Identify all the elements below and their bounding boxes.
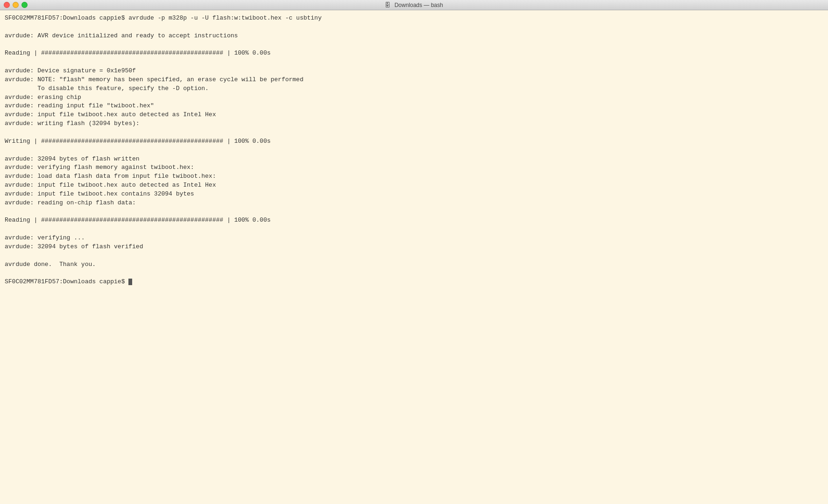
- terminal-line: avrdude: reading input file "twiboot.hex…: [5, 102, 823, 111]
- terminal-line: avrdude: NOTE: "flash" memory has been s…: [5, 76, 823, 84]
- terminal-line: avrdude done. Thank you.: [5, 260, 823, 269]
- cursor: [128, 279, 132, 285]
- terminal-line: [5, 128, 823, 137]
- terminal-line: avrdude: verifying ...: [5, 234, 823, 243]
- window-title: 🗄 Downloads — bash: [385, 2, 443, 8]
- terminal-line: avrdude: verifying flash memory against …: [5, 163, 823, 172]
- close-button[interactable]: [4, 2, 10, 8]
- terminal-line: avrdude: Device signature = 0x1e950f: [5, 67, 823, 76]
- terminal-line: [5, 225, 823, 234]
- terminal-line: avrdude: 32094 bytes of flash verified: [5, 243, 823, 252]
- terminal-line: [5, 23, 823, 32]
- terminal-line: avrdude: reading on-chip flash data:: [5, 199, 823, 208]
- terminal-line: Reading | ##############################…: [5, 49, 823, 58]
- terminal-line: avrdude: 32094 bytes of flash written: [5, 155, 823, 164]
- terminal-line: To disable this feature, specify the -D …: [5, 84, 823, 93]
- terminal-line: [5, 41, 823, 49]
- terminal-line: [5, 58, 823, 67]
- terminal-line: Writing | ##############################…: [5, 137, 823, 146]
- terminal-line: avrdude: input file twiboot.hex contains…: [5, 190, 823, 199]
- terminal-line: [5, 269, 823, 278]
- maximize-button[interactable]: [21, 2, 28, 8]
- traffic-lights: [4, 2, 28, 8]
- terminal-line: [5, 146, 823, 155]
- terminal-line: avrdude: input file twiboot.hex auto det…: [5, 111, 823, 119]
- terminal-line: SF0C02MM781FD57:Downloads cappie$: [5, 278, 823, 287]
- terminal-line: [5, 252, 823, 260]
- terminal-line: avrdude: erasing chip: [5, 93, 823, 102]
- terminal-content[interactable]: SF0C02MM781FD57:Downloads cappie$ avrdud…: [0, 10, 828, 504]
- terminal-line: avrdude: AVR device initialized and read…: [5, 32, 823, 41]
- terminal-line: avrdude: load data flash data from input…: [5, 172, 823, 181]
- title-bar: 🗄 Downloads — bash: [0, 0, 828, 10]
- terminal-line: SF0C02MM781FD57:Downloads cappie$ avrdud…: [5, 14, 823, 23]
- terminal-line: avrdude: input file twiboot.hex auto det…: [5, 181, 823, 190]
- terminal-icon: 🗄: [385, 2, 390, 8]
- minimize-button[interactable]: [13, 2, 19, 8]
- terminal-line: Reading | ##############################…: [5, 216, 823, 225]
- terminal-window: 🗄 Downloads — bash SF0C02MM781FD57:Downl…: [0, 0, 828, 504]
- terminal-line: [5, 208, 823, 217]
- terminal-line: avrdude: writing flash (32094 bytes):: [5, 119, 823, 128]
